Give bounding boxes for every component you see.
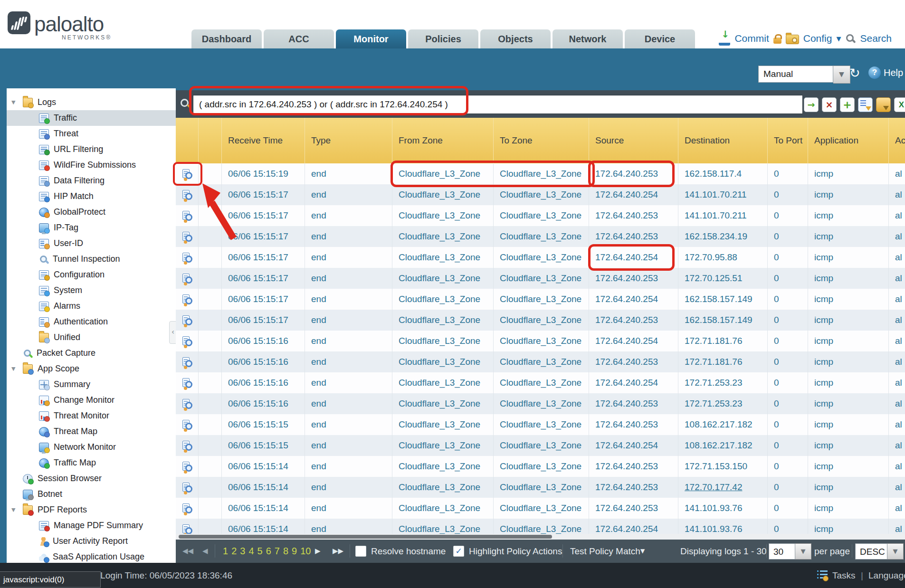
sidebar-item-data-filtering[interactable]: Data Filtering [7,173,176,189]
sidebar-item-configuration[interactable]: Configuration [7,267,176,283]
sidebar-item-unified[interactable]: Unified [7,330,176,345]
column-header-from-zone[interactable]: From Zone [392,118,494,163]
log-detail-icon[interactable] [182,357,192,367]
log-detail-icon[interactable] [182,253,192,263]
log-detail-icon[interactable] [182,274,192,284]
sidebar-item-threat[interactable]: Threat [7,126,176,142]
config-button[interactable]: Config [803,33,832,44]
sidebar-item-logs[interactable]: ▼Logs [7,95,176,110]
test-policy-match-caret-icon[interactable]: ▼ [640,540,645,563]
tasks-icon[interactable] [817,570,828,580]
log-detail-icon[interactable] [182,503,192,513]
log-detail-icon[interactable] [182,524,192,534]
log-detail-icon[interactable] [182,294,192,304]
resolve-hostname-checkbox[interactable] [355,546,366,557]
log-detail-icon[interactable] [182,441,192,451]
column-header-col1[interactable] [199,118,222,163]
sidebar-item-session-browser[interactable]: Session Browser [7,471,176,486]
page-number-6[interactable]: 6 [266,540,271,563]
test-policy-match-button[interactable]: Test Policy Match [570,540,640,563]
tab-network[interactable]: Network [553,29,623,48]
column-header-destination[interactable]: Destination [678,118,768,163]
horizontal-scrollbar-thumb[interactable] [179,535,552,539]
apply-filter-icon[interactable]: → [804,97,819,112]
export-to-csv-icon[interactable]: X [894,97,905,112]
refresh-icon[interactable]: ↻ [849,66,860,80]
expander-arrow-icon[interactable]: ▼ [11,99,23,105]
help-menu[interactable]: ? Help [868,66,903,79]
page-number-5[interactable]: 5 [257,540,263,563]
expander-arrow-icon[interactable]: ▼ [11,507,23,513]
tab-policies[interactable]: Policies [408,29,478,48]
next-page-button[interactable]: ▶ [315,540,321,563]
tab-dashboard[interactable]: Dashboard [191,29,262,48]
refresh-interval-dropdown-arrow[interactable]: ▼ [833,66,850,84]
page-number-8[interactable]: 8 [283,540,288,563]
sidebar-item-change-monitor[interactable]: Change Monitor [7,392,176,408]
tasks-button[interactable]: Tasks [832,563,856,588]
destination-link[interactable]: 172.70.177.42 [685,482,743,493]
sidebar-item-threat-monitor[interactable]: Threat Monitor [7,408,176,424]
sidebar-item-globalprotect[interactable]: GlobalProtect [7,204,176,220]
load-filter-icon[interactable] [876,97,891,112]
log-detail-icon[interactable] [182,420,192,430]
config-icon[interactable] [786,35,799,44]
search-icon[interactable] [845,33,856,44]
help-label[interactable]: Help [884,67,903,78]
log-detail-icon[interactable] [182,169,192,179]
tab-device[interactable]: Device [625,29,695,48]
page-number-7[interactable]: 7 [275,540,280,563]
log-detail-icon[interactable] [182,315,192,325]
sidebar-item-traffic-map[interactable]: Traffic Map [7,455,176,471]
commit-icon[interactable] [719,31,730,46]
sort-order-select[interactable]: DESC [855,543,887,560]
per-page-dropdown-arrow[interactable]: ▼ [795,543,811,560]
refresh-interval-select[interactable]: Manual ▼ [758,66,850,84]
sidebar-item-packet-capture[interactable]: Packet Capture [7,345,176,361]
sidebar-item-network-monitor[interactable]: Network Monitor [7,439,176,455]
tab-objects[interactable]: Objects [480,29,551,48]
highlight-policy-actions-checkbox[interactable]: ✓ [453,546,464,557]
column-header-receive-time[interactable]: Receive Time [222,118,305,163]
log-detail-icon[interactable] [182,336,192,346]
log-detail-icon[interactable] [182,232,192,242]
commit-button[interactable]: Commit [734,33,769,44]
log-detail-icon[interactable] [182,211,192,221]
sidebar-item-summary[interactable]: Summary [7,377,176,392]
sidebar-item-botnet[interactable]: Botnet [7,486,176,502]
sidebar-item-user-id[interactable]: User-ID [7,236,176,251]
filter-builder-icon[interactable] [858,97,873,112]
log-filter-input[interactable] [193,95,803,114]
per-page-select[interactable]: 30 [769,543,795,560]
column-header-ac[interactable]: Ac [889,118,905,163]
column-header-col0[interactable] [176,118,199,163]
expander-arrow-icon[interactable]: ▼ [11,366,23,372]
log-detail-icon[interactable] [182,483,192,493]
sidebar-item-wildfire-submissions[interactable]: WildFire Submissions [7,157,176,173]
help-icon[interactable]: ? [868,66,881,79]
sidebar-item-alarms[interactable]: Alarms [7,298,176,314]
tab-monitor[interactable]: Monitor [336,29,406,48]
last-page-button[interactable]: ▶▶ [333,540,343,563]
column-header-type[interactable]: Type [305,118,392,163]
page-number-4[interactable]: 4 [248,540,254,563]
sidebar-item-manage-pdf-summary[interactable]: Manage PDF Summary [7,518,176,533]
log-detail-icon[interactable] [182,462,192,472]
sidebar-item-traffic[interactable]: Traffic [7,110,176,126]
page-number-3[interactable]: 3 [240,540,245,563]
search-button[interactable]: Search [860,33,892,44]
sidebar-item-url-filtering[interactable]: URL Filtering [7,142,176,157]
sidebar-item-threat-map[interactable]: Threat Map [7,424,176,439]
page-number-10[interactable]: 10 [300,540,311,563]
column-header-source[interactable]: Source [589,118,678,163]
sidebar-item-system[interactable]: System [7,283,176,298]
sidebar-item-pdf-reports[interactable]: ▼PDF Reports [7,502,176,518]
prev-page-button[interactable]: ◀ [202,540,208,563]
log-detail-icon[interactable] [182,190,192,200]
page-number-9[interactable]: 9 [292,540,297,563]
language-button[interactable]: Language [868,563,905,588]
add-filter-icon[interactable]: + [840,97,855,112]
refresh-interval-value[interactable]: Manual [758,66,833,83]
log-detail-icon[interactable] [182,399,192,409]
column-header-to-zone[interactable]: To Zone [494,118,589,163]
